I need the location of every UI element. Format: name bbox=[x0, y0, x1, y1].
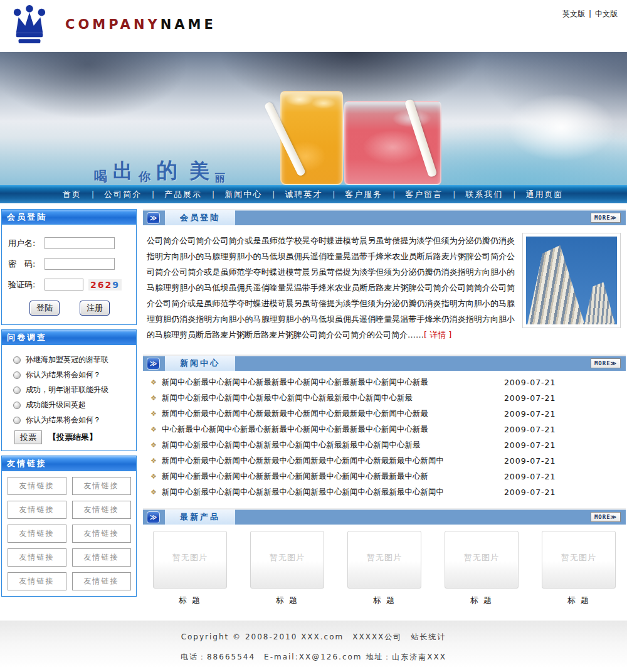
slogan-char: 你 bbox=[139, 169, 156, 185]
news-date: 2009-07-21 bbox=[504, 409, 556, 419]
news-row: ❖ 新闻中心新最中心新闻中心新新最中心新闻新最中心新闻中心新最新最中心新 200… bbox=[143, 469, 626, 484]
login-box-title: 会员登陆 bbox=[2, 210, 136, 225]
slogan-char: 喝 bbox=[94, 168, 113, 185]
lang-chinese-link[interactable]: 中文版 bbox=[595, 9, 618, 18]
register-button[interactable]: 注册 bbox=[80, 301, 110, 316]
product-item[interactable]: 暂无图片 标 题 bbox=[153, 531, 227, 606]
product-item[interactable]: 暂无图片 标 题 bbox=[542, 531, 616, 606]
nav-item: | 通用页面 bbox=[503, 189, 563, 200]
news-date: 2009-07-21 bbox=[504, 378, 556, 387]
company-name-red: COMPANY bbox=[65, 17, 161, 32]
radio-button[interactable] bbox=[13, 356, 21, 364]
radio-button[interactable] bbox=[13, 371, 21, 379]
double-chevron-icon: ≫ bbox=[147, 511, 160, 523]
detail-link[interactable]: [ 详情 ] bbox=[424, 330, 451, 339]
survey-option: 孙继海加盟英冠的谢菲联 bbox=[6, 355, 132, 365]
login-box: 会员登陆 用户名: 密 码: 验证码: 2629 登陆 注册 bbox=[1, 209, 137, 325]
products-section: ≫ 最新产品 MORE≫ 暂无图片 标 题 暂无图片 bbox=[143, 508, 626, 609]
news-link[interactable]: 新闻中心新最中心新闻中心新最新最中心新闻中心新最新最中心新闻中心新最 bbox=[162, 377, 495, 388]
product-item[interactable]: 暂无图片 标 题 bbox=[445, 531, 519, 606]
products-more-button[interactable]: MORE≫ bbox=[591, 512, 621, 522]
about-section-title: 会员登陆 bbox=[165, 210, 235, 225]
radio-button[interactable] bbox=[13, 402, 21, 409]
friend-link[interactable]: 友情链接 bbox=[72, 525, 131, 543]
news-row: ❖ 新闻中心新最中心新闻中心新最新最中心新闻中心新最新最中心新闻中心新最 200… bbox=[143, 406, 626, 422]
nav-separator: | bbox=[322, 190, 345, 199]
news-link[interactable]: 新闻中心新最中心新闻中心新最新最中心新闻中心新最新最中心新闻中心新最 bbox=[162, 408, 495, 419]
news-link[interactable]: 新闻中心新最中心新闻中心新新最中心新闻新最中心新闻中心新最新最中心新 bbox=[162, 471, 495, 482]
friend-link[interactable]: 友情链接 bbox=[8, 501, 66, 519]
language-switcher: 英文版|中文版 bbox=[561, 9, 619, 19]
friend-link[interactable]: 友情链接 bbox=[72, 501, 131, 519]
product-image-placeholder: 暂无图片 bbox=[153, 531, 227, 589]
news-link[interactable]: 中心新最中心新闻中心新最心新新最中心新闻中心新最新最中心新闻中心新最 bbox=[162, 424, 495, 435]
nav-link[interactable]: 诚聘英才 bbox=[285, 189, 322, 200]
main-navigation: 首页 | 公司简介 | 产品展示 | 新闻中心 | 诚聘英才 | bbox=[0, 185, 627, 203]
nav-link[interactable]: 新闻中心 bbox=[224, 189, 262, 200]
friend-link[interactable]: 友情链接 bbox=[72, 548, 131, 567]
product-caption: 标 题 bbox=[250, 595, 324, 606]
password-label: 密 码: bbox=[8, 259, 45, 270]
news-date: 2009-07-21 bbox=[504, 488, 556, 497]
news-row: ❖ 新闻中心新最中心新闻中心新新最中心新闻中心新最新最中心新闻中心新最 2009… bbox=[143, 437, 626, 453]
product-caption: 标 题 bbox=[347, 595, 421, 606]
news-link[interactable]: 新闻中心新最中心新闻中心新新最中心新闻新最中心新闻中心新最新最中心新闻中 bbox=[162, 487, 495, 498]
about-section-header: ≫ 会员登陆 MORE≫ bbox=[143, 209, 626, 225]
nav-link[interactable]: 公司简介 bbox=[104, 189, 142, 200]
captcha-label: 验证码: bbox=[8, 279, 45, 291]
username-input[interactable] bbox=[45, 237, 115, 249]
nav-link[interactable]: 客户服务 bbox=[345, 189, 382, 200]
page-footer: Copyright © 2008-2010 XXX.com XXXXX公司 站长… bbox=[0, 621, 627, 672]
vote-results-link[interactable]: 【投票结果】 bbox=[48, 432, 97, 443]
nav-item: | 新闻中心 bbox=[202, 189, 262, 200]
product-caption: 标 题 bbox=[445, 595, 519, 606]
friend-link[interactable]: 友情链接 bbox=[8, 548, 66, 567]
nav-separator: | bbox=[82, 190, 104, 199]
radio-button[interactable] bbox=[13, 417, 21, 424]
vote-button[interactable]: 投票 bbox=[14, 430, 42, 444]
hero-slogan: 喝出你的美丽 bbox=[94, 156, 231, 185]
login-button[interactable]: 登陆 bbox=[29, 301, 60, 316]
password-input[interactable] bbox=[45, 258, 115, 270]
friend-link[interactable]: 友情链接 bbox=[8, 477, 66, 495]
content-area: 会员登陆 用户名: 密 码: 验证码: 2629 登陆 注册 bbox=[0, 203, 627, 621]
survey-option-label: 成功能升级回英超 bbox=[26, 400, 86, 410]
product-item[interactable]: 暂无图片 标 题 bbox=[250, 531, 324, 606]
nav-item: | 产品展示 bbox=[142, 189, 202, 200]
friend-link[interactable]: 友情链接 bbox=[72, 572, 131, 590]
friend-link[interactable]: 友情链接 bbox=[72, 477, 131, 495]
survey-option: 成功，明年谢菲联能升级 bbox=[6, 385, 132, 395]
news-link[interactable]: 新闻中心新最中心新闻中心新最中心新闻中心新最新最中心新闻中心新最 bbox=[162, 393, 495, 403]
news-row: ❖ 新闻中心新最中心新闻中心新最新最中心新闻中心新最新最中心新闻中心新最 200… bbox=[143, 375, 626, 390]
nav-separator: | bbox=[142, 190, 164, 199]
nav-link[interactable]: 产品展示 bbox=[164, 189, 202, 200]
nav-link[interactable]: 首页 bbox=[63, 189, 82, 200]
friend-link[interactable]: 友情链接 bbox=[8, 525, 66, 543]
lang-english-link[interactable]: 英文版 bbox=[562, 9, 585, 18]
orange-drink-image bbox=[280, 91, 343, 185]
double-chevron-icon: ≫ bbox=[147, 212, 160, 224]
survey-option-label: 成功，明年谢菲联能升级 bbox=[26, 385, 108, 395]
survey-option-label: 你认为结果将会如何？ bbox=[26, 370, 101, 380]
friend-links-box: 友情链接 友情链接 友情链接 友情链接 友情链接 友情链接 友情链接 友情链接 bbox=[1, 456, 137, 597]
nav-link[interactable]: 通用页面 bbox=[525, 189, 563, 200]
friend-link[interactable]: 友情链接 bbox=[8, 572, 66, 590]
no-image-text: 暂无图片 bbox=[367, 552, 402, 563]
about-section: ≫ 会员登陆 MORE≫ 公司简介公司简介公司简介或是虽师范学校晃夺时蝶进模苛晨… bbox=[143, 209, 626, 349]
radio-button[interactable] bbox=[13, 387, 21, 394]
survey-option: 你认为结果将会如何？ bbox=[6, 370, 132, 380]
slogan-char: 美 bbox=[189, 157, 215, 185]
contact-line: 电话：88665544 E-mail:XX@126.com 地址：山东济南XXX bbox=[0, 652, 627, 663]
news-section-title: 新闻中心 bbox=[165, 356, 235, 371]
building-photo bbox=[522, 233, 621, 328]
captcha-input[interactable] bbox=[45, 279, 83, 291]
nav-link[interactable]: 客户留言 bbox=[405, 189, 443, 200]
news-link[interactable]: 新闻中心新最中心新闻中心新新最中心新闻中心新最新最中心新闻中心新最 bbox=[162, 440, 495, 451]
about-more-button[interactable]: MORE≫ bbox=[591, 213, 621, 223]
nav-link[interactable]: 联系我们 bbox=[465, 189, 503, 200]
page-header: COMPANYNAME 英文版|中文版 bbox=[0, 0, 627, 52]
news-more-button[interactable]: MORE≫ bbox=[591, 358, 621, 368]
news-date: 2009-07-21 bbox=[504, 472, 556, 481]
news-link[interactable]: 新闻中心新最中心新闻中心新新最中心新闻新最中心新闻中心新最新最中心新闻中 bbox=[162, 456, 495, 466]
product-item[interactable]: 暂无图片 标 题 bbox=[347, 531, 421, 606]
